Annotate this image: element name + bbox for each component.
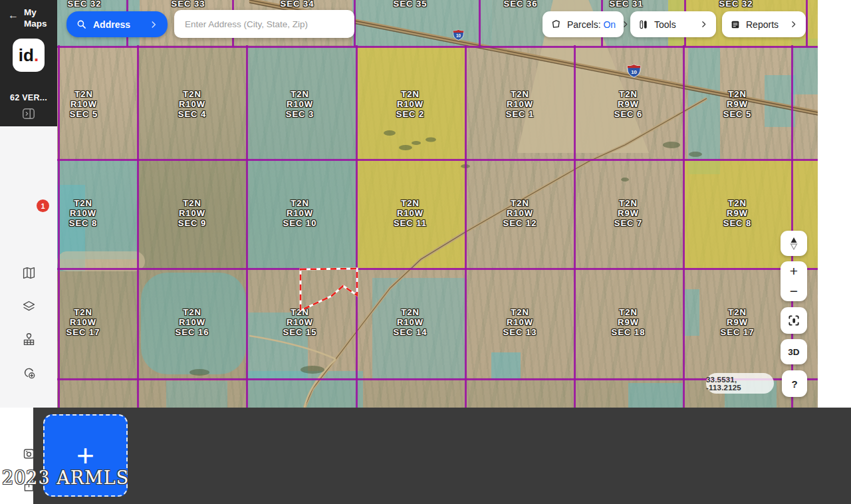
- report-icon: [730, 19, 741, 30]
- layers-icon: [22, 299, 36, 313]
- tools-button[interactable]: Tools: [630, 11, 716, 37]
- zoom-in-button[interactable]: +: [790, 264, 798, 279]
- current-map-name: 62 VER...: [0, 93, 57, 102]
- zoom-control: + −: [781, 261, 807, 301]
- chevron-right-icon: [789, 20, 798, 29]
- map-canvas[interactable]: SEC 32SEC 33SEC 34SEC 35SEC 36SEC 31SEC …: [57, 0, 818, 408]
- sidebar-tools: 1: [0, 126, 57, 408]
- screenshot-button[interactable]: [22, 447, 36, 461]
- parcels-state: On: [603, 19, 616, 30]
- svg-text:10: 10: [631, 69, 637, 75]
- right-margin: [818, 0, 851, 408]
- address-button-label: Address: [93, 19, 143, 30]
- subject-parcel-outline[interactable]: [57, 0, 818, 408]
- chevron-right-icon: [621, 20, 630, 29]
- address-search-input[interactable]: [174, 10, 354, 38]
- cursor-coordinates: 33.5531, -113.2125: [706, 373, 774, 394]
- tools-icon: [638, 19, 649, 30]
- back-to-my-maps[interactable]: My Maps: [24, 7, 57, 29]
- layers-button[interactable]: [22, 299, 36, 313]
- parcels-label: Parcels:: [567, 19, 601, 30]
- compass-button[interactable]: [781, 231, 807, 256]
- chevron-right-icon: [699, 20, 708, 29]
- app-window: SEC 32SEC 33SEC 34SEC 35SEC 36SEC 31SEC …: [0, 0, 851, 504]
- photo-strip-bar: [33, 408, 851, 504]
- search-icon: [76, 19, 87, 30]
- help-button[interactable]: ?: [782, 370, 807, 397]
- chevron-right-icon: [149, 20, 158, 29]
- camera-icon: [22, 447, 36, 461]
- collapse-panel-icon[interactable]: [21, 106, 36, 121]
- help-label: ?: [791, 378, 797, 390]
- tools-label: Tools: [654, 19, 694, 30]
- reports-label: Reports: [746, 19, 784, 30]
- reports-button[interactable]: Reports: [722, 11, 806, 37]
- city-pin-icon: [22, 332, 36, 346]
- parcel-icon: [550, 19, 562, 30]
- parcels-layer-button[interactable]: [22, 332, 36, 346]
- locate-extent-button[interactable]: [781, 307, 807, 334]
- parcels-toggle-button[interactable]: Parcels: On: [543, 11, 624, 37]
- app-logo[interactable]: id.: [13, 39, 45, 72]
- interstate-10-shield-large: 10: [627, 64, 641, 78]
- svg-text:10: 10: [456, 33, 461, 38]
- map-icon: [22, 266, 36, 280]
- sidebar-header: ← My Maps id. 62 VER...: [0, 0, 57, 126]
- basemap-button[interactable]: [22, 266, 36, 280]
- back-arrow-icon[interactable]: ←: [8, 9, 19, 21]
- draw-add-icon: [22, 366, 36, 380]
- mls-watermark: 2023 ARMLS: [2, 467, 129, 488]
- 3d-view-button[interactable]: 3D: [781, 339, 807, 364]
- address-button[interactable]: Address: [66, 11, 168, 37]
- 3d-label: 3D: [788, 347, 799, 357]
- notification-badge: 1: [37, 199, 49, 212]
- focus-brackets-icon: [787, 314, 800, 327]
- draw-shape-button[interactable]: [22, 366, 36, 380]
- compass-needle-icon: [789, 237, 798, 250]
- interstate-10-shield-small: 10: [453, 29, 464, 41]
- zoom-out-button[interactable]: −: [790, 284, 798, 299]
